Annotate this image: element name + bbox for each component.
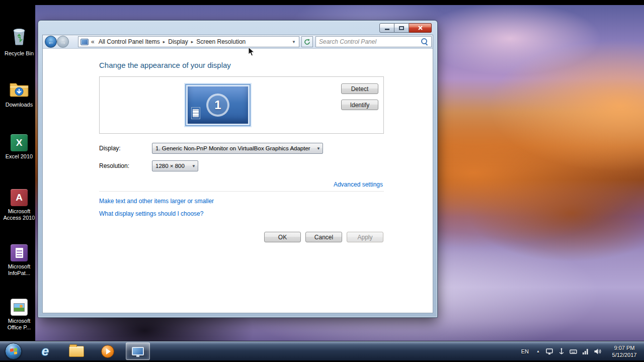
media-player-icon xyxy=(101,345,114,358)
desktop-icon-excel-2010[interactable]: X Excel 2010 xyxy=(1,134,37,160)
breadcrumb-item-display[interactable]: Display xyxy=(167,38,189,45)
monitor-number-badge: 1 xyxy=(206,94,229,117)
desktop-icon-infopath[interactable]: Microsoft InfoPat... xyxy=(1,244,37,277)
maximize-button[interactable] xyxy=(394,23,409,33)
refresh-icon xyxy=(304,39,310,45)
what-settings-link[interactable]: What display settings should I choose? xyxy=(99,210,203,217)
search-input[interactable] xyxy=(316,37,421,46)
breadcrumb-item-screen-resolution[interactable]: Screen Resolution xyxy=(195,38,247,45)
desktop-icon-recycle-bin[interactable]: Recycle Bin xyxy=(1,25,37,57)
breadcrumb-overflow-chevron[interactable]: « xyxy=(91,38,95,45)
breadcrumb-separator-icon: ▸ xyxy=(189,39,196,44)
chevron-down-icon: ▼ xyxy=(190,164,198,168)
display-label: Display: xyxy=(99,145,121,152)
caption-buttons xyxy=(379,23,432,33)
system-tray: EN ▲ 9:07 PM 5/12/2017 xyxy=(519,341,641,361)
show-hidden-icons-chevron[interactable]: ▲ xyxy=(535,349,541,353)
refresh-button[interactable] xyxy=(301,36,313,47)
monitor-preview-panel: 1 Detect Identify xyxy=(99,76,384,134)
display-dropdown-value: 1. Generic Non-PnP Monitor on VirtualBox… xyxy=(152,145,314,151)
control-panel-icon xyxy=(80,39,89,45)
tray-keyboard-icon[interactable] xyxy=(570,347,577,355)
downloads-folder-icon xyxy=(9,80,29,100)
taskbar-active-window-button[interactable] xyxy=(126,342,150,360)
desktop-icon-label: Recycle Bin xyxy=(5,50,34,57)
clock-time: 9:07 PM xyxy=(608,344,641,351)
taskbar-internet-explorer-button[interactable]: e xyxy=(34,342,56,360)
resolution-dropdown[interactable]: 1280 × 800 ▼ xyxy=(152,160,198,171)
language-indicator[interactable]: EN xyxy=(519,348,531,354)
clock[interactable]: 9:07 PM 5/12/2017 xyxy=(608,344,641,358)
tray-display-icon[interactable] xyxy=(545,347,553,355)
screen-resolution-window: ← → « All Control Panel Items ▸ Display … xyxy=(38,20,438,318)
taskbar-explorer-button[interactable] xyxy=(65,342,88,360)
windows-flag-icon xyxy=(10,348,17,354)
recycle-bin-icon xyxy=(11,25,28,48)
navigation-bar: ← → « All Control Panel Items ▸ Display … xyxy=(43,35,433,49)
breadcrumb[interactable]: « All Control Panel Items ▸ Display ▸ Sc… xyxy=(78,36,299,47)
cancel-button[interactable]: Cancel xyxy=(305,232,342,242)
apply-button[interactable]: Apply xyxy=(347,232,383,242)
window-content: Change the appearance of your display 1 … xyxy=(43,49,433,313)
breadcrumb-dropdown-icon[interactable]: ▼ xyxy=(290,40,298,44)
desktop: Recycle Bin Downloads X Excel 2010 A Mic… xyxy=(0,5,38,341)
desktop-icon-access-2010[interactable]: A Microsoft Access 2010 xyxy=(1,189,37,221)
monitor-number: 1 xyxy=(214,98,221,112)
desktop-icon-label: Microsoft Access 2010 xyxy=(2,208,37,221)
back-button[interactable]: ← xyxy=(45,36,57,48)
search-icon[interactable] xyxy=(421,38,429,46)
office-picture-icon xyxy=(11,299,28,316)
maximize-icon xyxy=(399,26,404,30)
window-body: ← → « All Control Panel Items ▸ Display … xyxy=(42,35,433,313)
monitor-1-graphic[interactable]: 1 xyxy=(186,85,250,125)
desktop-icon-downloads[interactable]: Downloads xyxy=(1,80,37,108)
tray-network-icon[interactable] xyxy=(582,347,589,355)
desktop-icon-label: Downloads xyxy=(6,102,33,108)
letterbox-top xyxy=(0,0,644,5)
breadcrumb-item-all-control-panel-items[interactable]: All Control Panel Items xyxy=(98,38,161,45)
folder-icon xyxy=(69,346,84,357)
excel-icon: X xyxy=(11,134,28,151)
window-titlebar[interactable] xyxy=(38,21,437,35)
infopath-icon xyxy=(11,244,28,261)
minimize-button[interactable] xyxy=(379,23,394,33)
breadcrumb-separator-icon: ▸ xyxy=(161,39,168,44)
resolution-label: Resolution: xyxy=(99,162,129,169)
volume-icon[interactable] xyxy=(594,347,601,355)
close-icon xyxy=(418,25,423,31)
screen: Recycle Bin Downloads X Excel 2010 A Mic… xyxy=(0,0,644,362)
document-glyph xyxy=(191,107,200,119)
start-button[interactable] xyxy=(5,343,22,359)
separator-line xyxy=(99,191,384,192)
detect-button[interactable]: Detect xyxy=(341,83,378,94)
desktop-icon-label: Excel 2010 xyxy=(6,153,33,160)
taskbar-media-player-button[interactable] xyxy=(97,342,119,360)
advanced-settings-link[interactable]: Advanced settings xyxy=(334,181,383,188)
make-text-larger-link[interactable]: Make text and other items larger or smal… xyxy=(99,198,214,205)
access-icon: A xyxy=(11,189,28,206)
desktop-icon-office-picture[interactable]: Microsoft Office P... xyxy=(1,299,37,331)
tray-usb-icon[interactable] xyxy=(557,347,565,355)
desktop-icon-label: Microsoft Office P... xyxy=(2,318,37,331)
display-settings-icon xyxy=(132,347,144,355)
internet-explorer-icon: e xyxy=(42,343,49,359)
close-button[interactable] xyxy=(409,23,432,33)
mouse-cursor xyxy=(248,47,255,58)
taskbar: e EN ▲ xyxy=(0,341,644,360)
search-box[interactable] xyxy=(315,36,432,47)
desktop-icon-label: Microsoft InfoPat... xyxy=(2,263,37,277)
resolution-dropdown-value: 1280 × 800 xyxy=(152,163,190,169)
chevron-down-icon: ▼ xyxy=(314,146,323,151)
identify-button[interactable]: Identify xyxy=(341,100,378,110)
clock-date: 5/12/2017 xyxy=(608,351,641,358)
minimize-icon xyxy=(385,29,389,30)
ok-button[interactable]: OK xyxy=(264,232,301,242)
display-dropdown[interactable]: 1. Generic Non-PnP Monitor on VirtualBox… xyxy=(152,143,323,154)
page-title: Change the appearance of your display xyxy=(99,61,231,69)
forward-button[interactable]: → xyxy=(57,36,69,48)
